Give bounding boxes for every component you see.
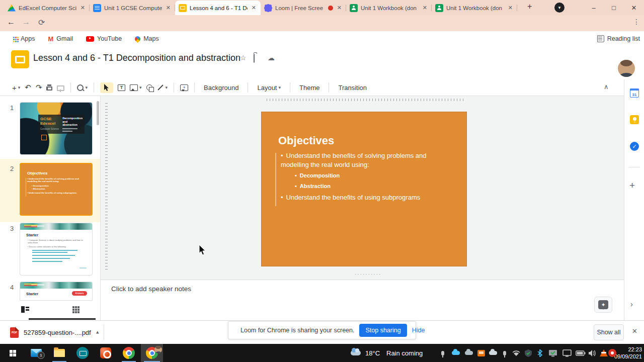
window-close-button[interactable]: ✕ — [624, 0, 644, 15]
hide-menus-button[interactable]: ∧ — [604, 83, 609, 90]
filmstrip-slide-3[interactable]: 3 Starter • Computer Science is about st… — [0, 223, 101, 278]
speaker-notes-panel[interactable]: Click to add speaker notes ✦ — [101, 280, 624, 320]
taskbar-office-app[interactable] — [96, 344, 116, 362]
bookmark-apps[interactable]: Apps — [13, 35, 35, 42]
tab-unit1-gcse[interactable]: Unit 1 GCSE Compute ✕ — [90, 1, 175, 15]
reload-button[interactable]: ⟳ — [38, 18, 45, 27]
zoom-button[interactable]: ▾ — [77, 84, 88, 91]
move-to-folder-icon[interactable] — [254, 54, 255, 63]
slide-2-thumbnail[interactable]: Objectives • Understand the benefits of … — [20, 163, 93, 216]
close-downloads-bar-icon[interactable]: ✕ — [632, 327, 637, 335]
tab-close-icon[interactable]: ✕ — [336, 5, 343, 11]
transition-button[interactable]: Transition — [335, 84, 370, 92]
google-calendar-icon[interactable]: 31 — [630, 88, 639, 98]
tab-close-icon[interactable]: ✕ — [79, 5, 86, 11]
select-tool-button[interactable] — [100, 82, 113, 93]
google-keep-icon[interactable] — [630, 115, 639, 124]
print-button[interactable] — [46, 85, 52, 90]
tray-screenshare-icon[interactable] — [476, 344, 486, 362]
filmstrip-scrollbar[interactable] — [97, 101, 99, 125]
tray-battery-icon[interactable] — [575, 344, 587, 362]
account-avatar[interactable] — [618, 60, 635, 77]
google-tasks-icon[interactable]: ✓ — [630, 142, 639, 151]
slide-sub-bullet-2[interactable]: •Abstraction — [295, 182, 331, 191]
paint-format-button[interactable] — [57, 84, 64, 91]
grid-view-button[interactable] — [72, 306, 74, 308]
tab-edexcel-computer-science[interactable]: EdExcel Computer Sci ✕ — [4, 1, 90, 15]
tray-wifi-icon[interactable] — [511, 344, 521, 362]
insert-comment-button[interactable]: + — [180, 84, 188, 91]
undo-button[interactable]: ↶ — [25, 83, 31, 92]
tray-cloud-upload-icon[interactable] — [488, 344, 498, 362]
horizontal-scrollbar[interactable] — [29, 318, 96, 320]
tray-bluetooth-icon[interactable] — [535, 344, 544, 362]
start-button[interactable] — [4, 344, 21, 362]
file-options-caret-icon[interactable]: ▾ — [96, 329, 99, 336]
layout-button[interactable]: Layout▾ — [254, 84, 284, 92]
insert-image-button[interactable]: ▾ — [130, 84, 142, 91]
forward-button[interactable]: → — [22, 18, 30, 27]
weather-widget[interactable] — [348, 344, 363, 362]
back-button[interactable]: ← — [7, 18, 15, 27]
tab-search-button[interactable]: ▾ — [554, 3, 565, 13]
slide-1-thumbnail[interactable]: GCSEEdexcel Computer Science Decompositi… — [20, 102, 93, 155]
weather-description[interactable]: Rain coming — [386, 344, 423, 362]
taskbar-file-explorer[interactable] — [49, 344, 69, 362]
star-document-icon[interactable]: ☆ — [240, 54, 247, 62]
get-addons-button[interactable]: + — [629, 180, 635, 191]
tab-lesson-4-and-6-active[interactable]: Lesson 4 and 6 - T1 De ✕ — [175, 1, 261, 15]
slide-bullet-2[interactable]: •Understand the benefits of using subpro… — [281, 193, 447, 202]
tray-monitor-check-icon[interactable] — [547, 344, 558, 362]
slide-4-thumbnail[interactable]: Starter Answers — [20, 282, 93, 301]
tray-volume-icon[interactable] — [588, 344, 598, 362]
text-box-button[interactable]: T — [118, 84, 125, 91]
document-title[interactable]: Lesson 4 and 6 - T1 Decomposition and ab… — [33, 53, 240, 63]
hide-side-panel-button[interactable]: › — [630, 300, 633, 308]
taskbar-mail-app[interactable]: 1 — [26, 344, 46, 362]
weather-temperature[interactable]: 18°C — [365, 344, 380, 362]
taskbar-presentation-app[interactable] — [72, 344, 93, 362]
tab-unit1-workbook-2[interactable]: Unit 1 Workbook (don ✕ — [432, 1, 517, 15]
slide-3-thumbnail[interactable]: Starter • Computer Science is about stud… — [20, 223, 93, 276]
new-tab-button[interactable]: + — [527, 2, 532, 11]
theme-button[interactable]: Theme — [296, 84, 323, 92]
tab-close-icon[interactable]: ✕ — [507, 5, 514, 11]
tray-cloud-grey-icon[interactable] — [464, 344, 474, 362]
tray-mic2-icon[interactable] — [501, 344, 509, 362]
tab-close-icon[interactable]: ✕ — [422, 5, 428, 11]
slide-title[interactable]: Objectives — [278, 134, 334, 147]
tab-loom[interactable]: Loom | Free Scree ✕ — [261, 1, 346, 15]
filmstrip-slide-2-selected[interactable]: 2 Objectives • Understand the benefits o… — [0, 163, 101, 219]
speaker-notes-placeholder[interactable]: Click to add speaker notes — [111, 285, 191, 293]
new-slide-button[interactable]: +▾ — [12, 83, 20, 92]
taskbar-chrome-profile-active[interactable] — [141, 344, 163, 362]
explore-button[interactable]: ✦ — [594, 297, 612, 313]
bookmark-maps[interactable]: Maps — [135, 35, 159, 42]
stop-sharing-button[interactable]: Stop sharing — [359, 324, 407, 337]
tray-security-icon[interactable] — [523, 344, 533, 362]
reading-list-button[interactable]: Reading list — [597, 35, 640, 42]
downloaded-file-chip[interactable]: PDF 527859-question-....pdf ▾ — [5, 324, 104, 340]
bookmark-gmail[interactable]: M Gmail — [48, 35, 73, 43]
loom-tray-wrap[interactable] — [607, 344, 618, 362]
current-slide[interactable]: Objectives •Understand the benefits of s… — [261, 112, 467, 266]
tab-close-icon[interactable]: ✕ — [251, 5, 257, 11]
hide-button[interactable]: Hide — [412, 327, 425, 334]
window-maximize-button[interactable]: □ — [604, 0, 624, 15]
tray-cloud-blue-icon[interactable] — [451, 344, 461, 362]
show-all-downloads-button[interactable]: Show all — [594, 324, 624, 340]
tray-mic-icon[interactable] — [439, 344, 447, 362]
window-minimize-button[interactable]: – — [584, 0, 604, 15]
slide-bullet-1[interactable]: •Understand the benefits of solving prob… — [281, 151, 442, 169]
slide-sub-bullet-1[interactable]: •Decomposition — [295, 171, 340, 180]
browser-menu-overflow-icon[interactable]: ⋮ — [633, 18, 640, 26]
insert-line-button[interactable]: ▾ — [157, 85, 168, 90]
tray-display-icon[interactable] — [561, 344, 573, 362]
filmstrip-view-button[interactable] — [21, 306, 29, 313]
google-slides-logo[interactable] — [11, 50, 29, 68]
taskbar-chrome[interactable] — [119, 344, 139, 362]
bookmark-youtube[interactable]: YouTube — [86, 35, 122, 42]
slide-canvas-area[interactable]: Objectives •Understand the benefits of s… — [101, 96, 624, 280]
filmstrip-slide-1[interactable]: 1 GCSEEdexcel Computer Science Decomposi… — [0, 102, 101, 157]
notes-resize-handle[interactable]: ·········· — [355, 274, 367, 276]
